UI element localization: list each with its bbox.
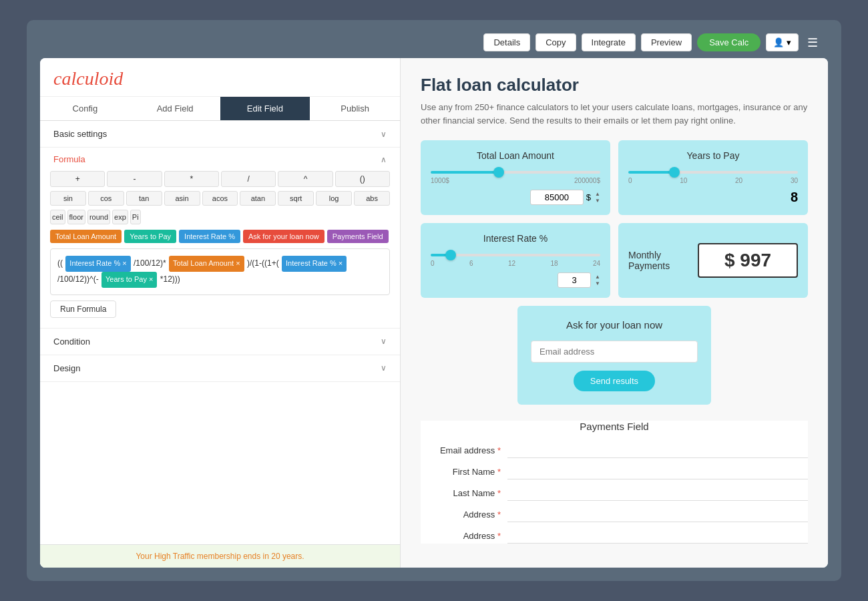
interest-rate-title: Interest Rate % <box>431 233 600 244</box>
op-minus-button[interactable]: - <box>107 171 162 187</box>
tab-add-field[interactable]: Add Field <box>130 97 220 120</box>
op-plus-button[interactable]: + <box>50 171 105 187</box>
payments-email-input[interactable] <box>507 442 808 458</box>
func-pi-button[interactable]: Pi <box>130 210 141 224</box>
total-loan-stepper[interactable]: ▲ ▼ <box>595 191 600 204</box>
years-value: 8 <box>628 190 798 205</box>
func-round-button[interactable]: round <box>87 210 110 224</box>
formula-section: Formula ∧ + - * / ^ () sin <box>40 148 400 329</box>
hamburger-menu-icon[interactable]: ☰ <box>804 35 821 50</box>
notice-highlight: 20 years <box>271 552 302 561</box>
monthly-label: Monthly Payments <box>628 250 698 271</box>
op-parens-button[interactable]: () <box>335 171 390 187</box>
tab-publish[interactable]: Publish <box>310 97 400 120</box>
interest-stepper[interactable]: ▲ ▼ <box>595 274 600 286</box>
op-power-button[interactable]: ^ <box>278 171 333 187</box>
interest-stepper-up-icon[interactable]: ▲ <box>595 274 600 280</box>
total-loan-value-row: $ ▲ ▼ <box>431 190 600 205</box>
formula-chip-interest-2[interactable]: Interest Rate % × <box>282 256 347 272</box>
save-calc-button[interactable]: Save Calc <box>697 33 761 51</box>
formula-text-5: *12))) <box>160 274 180 284</box>
formula-text-2: /100/12)* <box>134 258 166 268</box>
formula-display: (( Interest Rate % × /100/12)* Total Loa… <box>50 248 390 295</box>
avatar-button[interactable]: 👤 ▾ <box>766 33 799 51</box>
interest-slider[interactable]: 0 6 12 18 24 <box>431 254 600 267</box>
chip-years-to-pay[interactable]: Years to Pay <box>124 230 176 243</box>
total-loan-title: Total Loan Amount <box>431 150 600 161</box>
total-loan-thumb[interactable] <box>493 167 504 178</box>
notice-end: . <box>302 552 304 561</box>
func-tan-button[interactable]: tan <box>126 191 162 206</box>
interest-tick-1: 6 <box>469 260 473 267</box>
basic-settings-chevron-icon: ∨ <box>381 130 387 139</box>
stepper-down-icon[interactable]: ▼ <box>595 198 600 204</box>
func-sqrt-button[interactable]: sqrt <box>278 191 314 206</box>
bottom-notice: Your High Traffic membership ends in 20 … <box>40 544 400 568</box>
interest-stepper-down-icon[interactable]: ▼ <box>595 280 600 287</box>
years-labels: 0 10 20 30 <box>628 177 798 184</box>
total-loan-card: Total Loan Amount 1000$ 200000$ <box>421 140 610 215</box>
operators-grid: + - * / ^ () <box>50 171 390 187</box>
func-asin-button[interactable]: asin <box>164 191 200 206</box>
func-acos-button[interactable]: acos <box>202 191 238 206</box>
top-bar: Details Copy Integrate Preview Save Calc… <box>40 33 828 51</box>
payments-firstname-input[interactable] <box>507 463 808 479</box>
details-button[interactable]: Details <box>483 33 530 51</box>
func-atan-button[interactable]: atan <box>240 191 276 206</box>
ask-loan-email-input[interactable] <box>531 341 698 363</box>
condition-section[interactable]: Condition ∨ <box>40 329 400 355</box>
formula-chip-total-loan[interactable]: Total Loan Amount × <box>169 256 244 272</box>
years-thumb[interactable] <box>669 167 680 178</box>
total-loan-slider[interactable]: 1000$ 200000$ <box>431 171 600 184</box>
func-abs-button[interactable]: abs <box>354 191 390 206</box>
func-cos-button[interactable]: cos <box>88 191 124 206</box>
payments-address2-input[interactable] <box>507 528 808 544</box>
left-panel: calculoid Config Add Field Edit Field Pu… <box>40 58 401 568</box>
integrate-button[interactable]: Integrate <box>582 33 636 51</box>
payments-lastname-input[interactable] <box>507 485 808 501</box>
run-formula-button[interactable]: Run Formula <box>50 300 116 318</box>
formula-header[interactable]: Formula ∧ <box>50 148 390 171</box>
total-loan-input[interactable] <box>530 190 584 205</box>
func-floor-button[interactable]: floor <box>67 210 85 224</box>
copy-button[interactable]: Copy <box>535 33 576 51</box>
payments-lastname-label: Last Name * <box>421 488 501 498</box>
tab-config[interactable]: Config <box>40 97 130 120</box>
stepper-up-icon[interactable]: ▲ <box>595 191 600 198</box>
payments-address1-input[interactable] <box>507 506 808 522</box>
payments-firstname-row: First Name * <box>421 463 808 479</box>
interest-rate-card: Interest Rate % 0 6 12 18 24 <box>421 223 610 298</box>
payments-firstname-label: First Name * <box>421 467 501 477</box>
years-slider[interactable]: 0 10 20 30 <box>628 171 798 184</box>
tab-edit-field[interactable]: Edit Field <box>220 97 310 120</box>
formula-chip-years[interactable]: Years to Pay × <box>101 272 157 288</box>
send-results-button[interactable]: Send results <box>574 371 655 391</box>
basic-settings-section[interactable]: Basic settings ∨ <box>40 121 400 148</box>
interest-input[interactable] <box>558 272 591 288</box>
formula-chip-interest-1[interactable]: Interest Rate % × <box>65 256 130 272</box>
condition-label: Condition <box>53 337 90 347</box>
chip-total-loan[interactable]: Total Loan Amount <box>50 230 122 243</box>
total-loan-max: 200000$ <box>574 177 600 184</box>
preview-button[interactable]: Preview <box>641 33 692 51</box>
calc-description: Use any from 250+ finance calculators to… <box>421 101 808 127</box>
func-sin-button[interactable]: sin <box>50 191 86 206</box>
chip-interest-rate[interactable]: Interest Rate % <box>179 230 240 243</box>
design-chevron-icon: ∨ <box>381 363 387 373</box>
total-loan-fill <box>431 171 499 174</box>
ask-loan-title: Ask for your loan now <box>531 319 698 331</box>
calc-title: Flat loan calculator <box>421 75 808 95</box>
op-multiply-button[interactable]: * <box>164 171 219 187</box>
op-divide-button[interactable]: / <box>221 171 276 187</box>
interest-tick-2: 12 <box>508 260 515 267</box>
total-loan-min: 1000$ <box>431 177 449 184</box>
functions-grid: sin cos tan asin acos atan sqrt log abs <box>50 191 390 206</box>
chip-payments-field[interactable]: Payments Field <box>327 230 389 243</box>
years-tick-1: 10 <box>680 177 687 184</box>
func-exp-button[interactable]: exp <box>112 210 128 224</box>
interest-thumb[interactable] <box>445 250 456 260</box>
func-ceil-button[interactable]: ceil <box>50 210 65 224</box>
design-section[interactable]: Design ∨ <box>40 355 400 382</box>
chip-ask-loan[interactable]: Ask for your loan now <box>243 230 324 243</box>
func-log-button[interactable]: log <box>316 191 352 206</box>
